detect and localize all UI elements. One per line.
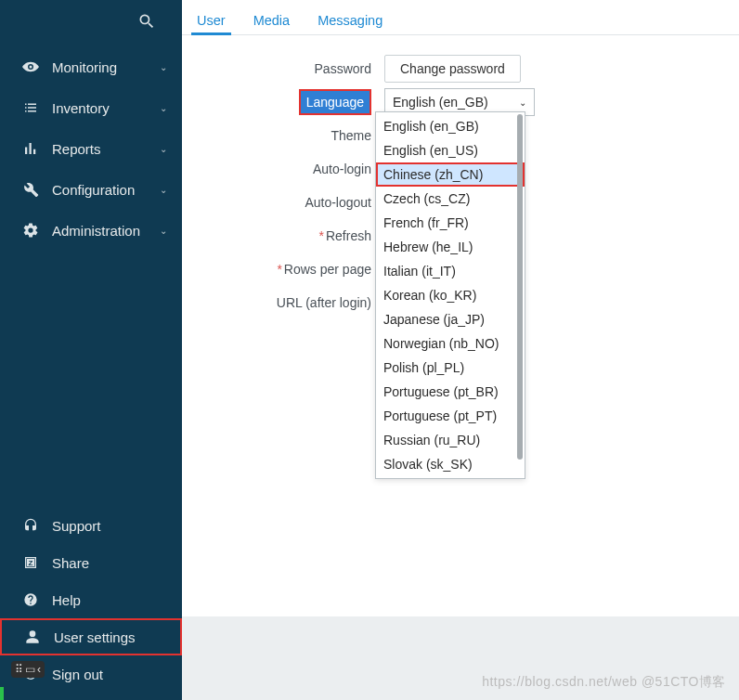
language-dropdown: English (en_GB)English (en_US)Chinese (z…	[375, 111, 525, 479]
chevron-down-icon: ⌄	[160, 103, 167, 113]
autologin-label: Auto-login	[204, 162, 384, 176]
language-option[interactable]: Norwegian (nb_NO)	[376, 331, 525, 356]
tab-label: Media	[253, 13, 291, 28]
tab-media[interactable]: Media	[248, 6, 296, 34]
form-card: Password Change password Language Englis…	[182, 35, 739, 616]
language-option[interactable]: Slovak (sk_SK)	[376, 452, 525, 476]
sidebar-item-label: Support	[52, 518, 101, 534]
sidebar-item-administration[interactable]: Administration ⌄	[0, 210, 182, 251]
sidebar-item-label: Configuration	[52, 182, 160, 198]
sidebar-item-label: Administration	[52, 223, 160, 239]
sidebar-item-share[interactable]: Z Share	[0, 544, 182, 581]
sidebar-item-label: Monitoring	[52, 59, 160, 75]
language-option[interactable]: Portuguese (pt_BR)	[376, 380, 525, 404]
status-indicator	[0, 687, 4, 700]
language-option[interactable]: English (en_US)	[376, 138, 525, 162]
tab-messaging[interactable]: Messaging	[312, 6, 388, 34]
theme-label: Theme	[204, 128, 384, 143]
sidebar-item-label: Help	[52, 592, 81, 608]
sidebar: Monitoring ⌄ Inventory ⌄ Reports ⌄ Confi…	[0, 0, 182, 700]
sidebar-item-user-settings[interactable]: User settings	[0, 618, 182, 655]
password-label: Password	[204, 61, 384, 76]
chevron-down-icon: ⌄	[160, 62, 167, 72]
language-label-wrap: Language	[204, 89, 384, 115]
search-bar[interactable]	[0, 0, 182, 46]
sidebar-item-configuration[interactable]: Configuration ⌄	[0, 169, 182, 210]
language-option[interactable]: Portuguese (pt_PT)	[376, 404, 525, 428]
tab-label: Messaging	[318, 13, 382, 28]
chevron-down-icon: ⌄	[160, 144, 167, 154]
tab-bar: User Media Messaging	[182, 0, 739, 35]
chevron-down-icon: ⌄	[160, 226, 167, 236]
change-password-button[interactable]: Change password	[384, 55, 521, 83]
gear-icon	[20, 222, 41, 239]
sidebar-item-support[interactable]: Support	[0, 507, 182, 544]
headset-icon	[20, 518, 41, 533]
share-icon: Z	[20, 555, 41, 570]
language-option[interactable]: Russian (ru_RU)	[376, 428, 525, 452]
sidebar-item-label: Reports	[52, 141, 160, 157]
sidebar-item-help[interactable]: Help	[0, 581, 182, 618]
wrench-icon	[20, 181, 41, 198]
search-icon	[137, 12, 156, 34]
user-icon	[22, 629, 43, 644]
main-content: User Media Messaging Password Change pas…	[182, 0, 739, 700]
help-icon	[20, 592, 41, 607]
sidebar-item-label: User settings	[54, 629, 136, 645]
language-option[interactable]: Polish (pl_PL)	[376, 356, 525, 380]
url-label: URL (after login)	[204, 295, 384, 310]
grip-icon: ⠿	[15, 663, 23, 676]
rows-label: *Rows per page	[204, 262, 384, 277]
sidebar-item-reports[interactable]: Reports ⌄	[0, 128, 182, 169]
language-option[interactable]: Korean (ko_KR)	[376, 283, 525, 307]
language-option[interactable]: Czech (cs_CZ)	[376, 187, 525, 211]
language-option[interactable]: Japanese (ja_JP)	[376, 307, 525, 331]
chevron-down-icon: ⌄	[519, 97, 526, 108]
sidebar-item-label: Sign out	[52, 667, 103, 682]
language-option[interactable]: French (fr_FR)	[376, 211, 525, 235]
autologout-label: Auto-logout	[204, 195, 384, 210]
tab-user[interactable]: User	[191, 6, 231, 34]
chevron-left-icon: ‹	[37, 663, 41, 676]
language-option[interactable]: English (en_GB)	[376, 114, 525, 138]
language-option[interactable]: Chinese (zh_CN)	[376, 162, 525, 187]
sidebar-item-inventory[interactable]: Inventory ⌄	[0, 87, 182, 128]
refresh-label: *Refresh	[204, 228, 384, 243]
eye-icon	[20, 58, 41, 75]
bar-chart-icon	[20, 140, 41, 157]
language-option[interactable]: Italian (it_IT)	[376, 259, 525, 283]
sidebar-item-monitoring[interactable]: Monitoring ⌄	[0, 46, 182, 87]
chevron-down-icon: ⌄	[160, 185, 167, 195]
sidebar-item-label: Inventory	[52, 100, 160, 116]
chat-icon: ▭	[25, 663, 35, 676]
language-option[interactable]: Hebrew (he_IL)	[376, 235, 525, 259]
language-select-value: English (en_GB)	[393, 95, 488, 110]
collapse-control[interactable]: ⠿ ▭ ‹	[11, 661, 45, 678]
list-icon	[20, 99, 41, 116]
language-label: Language	[299, 89, 371, 115]
svg-text:Z: Z	[29, 559, 33, 567]
tab-label: User	[197, 13, 226, 28]
sidebar-item-label: Share	[52, 555, 89, 571]
